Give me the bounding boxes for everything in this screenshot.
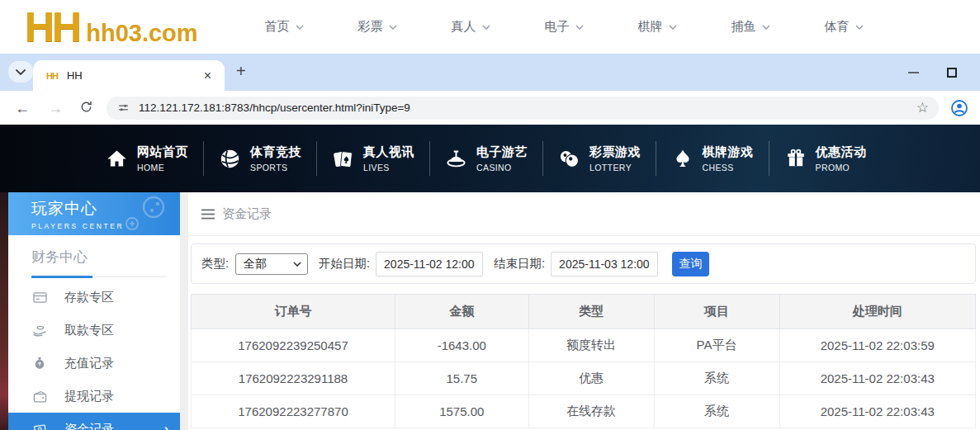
new-tab-button[interactable]: + xyxy=(236,62,246,81)
col-order-id: 订单号 xyxy=(192,295,395,329)
nav-item-live[interactable]: 真人视讯 LIVES xyxy=(317,125,429,192)
chevron-down-icon xyxy=(762,25,770,30)
cell-amount: 15.75 xyxy=(395,362,529,395)
top-nav-label: 体育 xyxy=(825,19,850,35)
nav-item-home[interactable]: 网站首页 HOME xyxy=(91,125,203,192)
nav-label-cn: 彩票游戏 xyxy=(589,144,641,160)
top-nav-label: 电子 xyxy=(545,19,570,35)
sidebar-section-divider xyxy=(31,276,167,278)
top-nav-sports[interactable]: 体育 xyxy=(798,19,891,35)
filter-bar: 类型: 全部 开始日期: 结束日期: 查询 xyxy=(191,243,976,284)
top-nav-fishing[interactable]: 捕鱼 xyxy=(704,19,798,35)
nav-label-cn: 体育竞技 xyxy=(250,144,301,160)
sidebar-item-withdraw-records[interactable]: 提现记录 xyxy=(8,380,180,413)
forward-button[interactable]: → xyxy=(48,101,63,116)
nav-text: 彩票游戏 LOTTERY xyxy=(589,144,641,172)
top-nav-home[interactable]: 首页 xyxy=(238,19,331,35)
cell-processed-time: 2025-11-02 22:03:59 xyxy=(779,329,976,362)
top-nav-live[interactable]: 真人 xyxy=(424,19,518,35)
nav-label-en: SPORTS xyxy=(250,163,301,172)
nav-item-sports[interactable]: 体育竞技 SPORTS xyxy=(204,125,316,192)
withdraw-hand-icon xyxy=(31,322,48,338)
browser-url-bar: ← → 112.121.172.181:8783/hhcp/usercenter… xyxy=(0,91,980,125)
sidebar-item-label: 存款专区 xyxy=(64,290,114,305)
sidebar: 玩家中心 PLAYERS CENTER 财务中心 存款专区 xyxy=(8,192,180,430)
minimize-button[interactable] xyxy=(908,72,919,73)
menu-icon[interactable] xyxy=(201,209,215,220)
col-project: 项目 xyxy=(654,295,779,329)
sports-ball-icon xyxy=(219,148,241,170)
cell-project: 系统 xyxy=(654,362,779,395)
top-nav-lottery[interactable]: 彩票 xyxy=(331,19,424,35)
sidebar-item-withdraw[interactable]: 取款专区 xyxy=(8,314,180,347)
nav-label-cn: 电子游艺 xyxy=(476,144,528,160)
reload-icon xyxy=(79,100,93,114)
maximize-button[interactable] xyxy=(947,68,957,78)
nav-label-en: CHESS xyxy=(703,163,754,172)
site-logo[interactable]: HH hh03.com xyxy=(25,7,198,48)
end-date-input[interactable] xyxy=(551,252,658,276)
type-select-value: 全部 xyxy=(244,257,267,272)
type-select[interactable]: 全部 xyxy=(235,253,308,275)
profile-button[interactable] xyxy=(950,99,968,117)
tab-close-icon[interactable]: × xyxy=(199,69,216,83)
cell-processed-time: 2025-11-02 22:03:43 xyxy=(779,362,976,395)
lottery-balls-icon xyxy=(558,148,580,170)
site-info-icon[interactable] xyxy=(116,101,130,115)
reload-button[interactable] xyxy=(79,100,93,116)
sidebar-item-recharge-records[interactable]: 充值记录 xyxy=(8,347,180,380)
table-header-row: 订单号 金额 类型 项目 处理时间 xyxy=(192,295,976,329)
main-nav: 网站首页 HOME 体育竞技 SPORTS 真人视讯 LIVES 电子游艺 xyxy=(0,125,980,192)
sidebar-item-label: 提现记录 xyxy=(64,389,114,404)
nav-label-cn: 棋牌游戏 xyxy=(703,144,754,160)
cell-order-id: 1762092223291188 xyxy=(192,362,395,395)
breadcrumb: 资金记录 xyxy=(188,192,980,236)
profile-icon xyxy=(950,99,968,117)
nav-item-chess[interactable]: 棋牌游戏 CHESS xyxy=(656,125,769,192)
chevron-down-icon xyxy=(669,25,677,30)
top-nav: 首页 彩票 真人 电子 棋牌 捕鱼 xyxy=(238,19,891,35)
start-date-label: 开始日期: xyxy=(319,256,370,272)
sidebar-item-deposit[interactable]: 存款专区 xyxy=(8,281,180,314)
main-content: 资金记录 类型: 全部 开始日期: 结束日期: 查询 订单号 xyxy=(188,192,980,430)
screen: HH hh03.com 首页 彩票 真人 电子 棋牌 xyxy=(0,0,980,430)
nav-item-casino[interactable]: 电子游艺 CASINO xyxy=(430,125,542,192)
tab-title: HH xyxy=(67,69,199,82)
cell-project: 系统 xyxy=(654,395,779,428)
breadcrumb-title: 资金记录 xyxy=(222,206,272,222)
nav-item-promo[interactable]: 优惠活动 PROMO xyxy=(769,125,882,192)
url-field[interactable]: 112.121.172.181:8783/hhcp/usercenter.htm… xyxy=(107,97,939,120)
chevron-down-icon xyxy=(482,25,490,30)
site-header: HH hh03.com 首页 彩票 真人 电子 棋牌 xyxy=(0,0,980,54)
cell-type: 在线存款 xyxy=(528,395,654,428)
cell-type: 优惠 xyxy=(528,362,654,395)
browser-tab[interactable]: HH HH × xyxy=(33,60,225,91)
nav-text: 真人视讯 LIVES xyxy=(363,144,414,172)
start-date-input[interactable] xyxy=(376,252,483,276)
sidebar-item-label: 取款专区 xyxy=(64,323,114,338)
chevron-down-icon xyxy=(296,25,304,30)
bookmark-star-icon[interactable]: ☆ xyxy=(916,99,929,116)
spade-icon xyxy=(672,148,694,169)
sidebar-item-funds-records[interactable]: 资金记录 › xyxy=(8,413,180,430)
top-nav-slots[interactable]: 电子 xyxy=(518,19,611,35)
favicon: HH xyxy=(46,71,58,81)
page-body: 玩家中心 PLAYERS CENTER 财务中心 存款专区 xyxy=(0,192,980,430)
top-nav-chess[interactable]: 棋牌 xyxy=(611,19,704,35)
url-text: 112.121.172.181:8783/hhcp/usercenter.htm… xyxy=(139,102,916,114)
tab-search-button[interactable] xyxy=(8,61,33,83)
gift-icon xyxy=(785,148,807,169)
cards-icon xyxy=(332,148,354,170)
logo-hh-text: HH xyxy=(25,7,79,48)
col-processed-time: 处理时间 xyxy=(779,295,976,329)
col-amount: 金额 xyxy=(395,295,529,329)
back-button[interactable]: ← xyxy=(15,101,30,116)
nav-item-lottery[interactable]: 彩票游戏 LOTTERY xyxy=(543,125,656,192)
window-controls xyxy=(908,54,957,91)
table-row: 1762092223291188 15.75 优惠 系统 2025-11-02 … xyxy=(192,362,976,395)
moneybag-icon xyxy=(31,356,48,371)
wallet-icon xyxy=(31,389,48,404)
sidebar-item-label: 充值记录 xyxy=(64,356,114,371)
cell-order-id: 1762092223277870 xyxy=(192,395,395,428)
search-button[interactable]: 查询 xyxy=(672,252,709,276)
